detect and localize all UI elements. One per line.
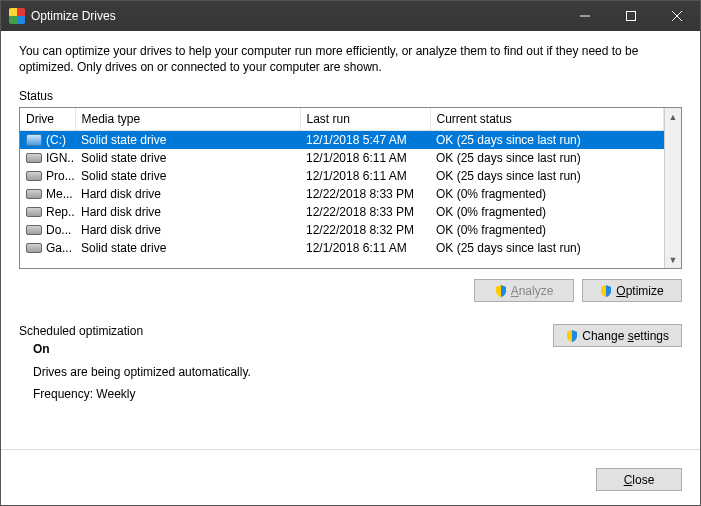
media-type: Hard disk drive: [75, 221, 300, 239]
change-settings-button[interactable]: Change settings: [553, 324, 682, 347]
current-status: OK (0% fragmented): [430, 185, 664, 203]
window-controls: [562, 1, 700, 31]
drives-table-container: Drive Media type Last run Current status…: [19, 107, 682, 269]
drive-name: Ga...: [46, 241, 72, 255]
scroll-down-button[interactable]: ▼: [665, 251, 681, 268]
col-header-drive[interactable]: Drive: [20, 108, 75, 131]
media-type: Solid state drive: [75, 239, 300, 257]
shield-icon: [566, 330, 578, 342]
media-type: Solid state drive: [75, 167, 300, 185]
scheduled-section: Scheduled optimization On Drives are bei…: [19, 324, 682, 405]
table-row[interactable]: Rep...Hard disk drive12/22/2018 8:33 PMO…: [20, 203, 664, 221]
table-row[interactable]: Pro...Solid state drive12/1/2018 6:11 AM…: [20, 167, 664, 185]
drive-name: Do...: [46, 223, 71, 237]
svg-rect-1: [627, 12, 636, 21]
scheduled-heading: Scheduled optimization: [19, 324, 251, 338]
shield-icon: [600, 285, 612, 297]
close-button[interactable]: Close: [596, 468, 682, 491]
intro-text: You can optimize your drives to help you…: [19, 43, 682, 75]
last-run: 12/1/2018 6:11 AM: [300, 149, 430, 167]
close-label: lose: [632, 473, 654, 487]
table-row[interactable]: Do...Hard disk drive12/22/2018 8:32 PMOK…: [20, 221, 664, 239]
analyze-label: nalyze: [519, 284, 554, 298]
footer: Close: [1, 460, 700, 505]
app-icon: [9, 8, 25, 24]
optimize-button[interactable]: Optimize: [582, 279, 682, 302]
current-status: OK (25 days since last run): [430, 167, 664, 185]
drives-table: Drive Media type Last run Current status…: [20, 108, 664, 257]
close-window-button[interactable]: [654, 1, 700, 31]
action-button-row: Analyze Optimize: [19, 279, 682, 302]
media-type: Solid state drive: [75, 131, 300, 150]
status-label: Status: [19, 89, 682, 103]
last-run: 12/22/2018 8:33 PM: [300, 203, 430, 221]
scroll-thumb[interactable]: [665, 125, 681, 251]
titlebar: Optimize Drives: [1, 1, 700, 31]
shield-icon: [495, 285, 507, 297]
scroll-up-button[interactable]: ▲: [665, 108, 681, 125]
drive-name: Rep...: [46, 205, 75, 219]
content-area: You can optimize your drives to help you…: [1, 31, 700, 460]
drive-icon: [26, 134, 42, 146]
current-status: OK (0% fragmented): [430, 221, 664, 239]
table-row[interactable]: (C:)Solid state drive12/1/2018 5:47 AMOK…: [20, 131, 664, 150]
last-run: 12/1/2018 6:11 AM: [300, 239, 430, 257]
minimize-button[interactable]: [562, 1, 608, 31]
last-run: 12/1/2018 5:47 AM: [300, 131, 430, 150]
close-icon: [672, 11, 682, 21]
divider: [1, 449, 700, 450]
current-status: OK (25 days since last run): [430, 131, 664, 150]
optimize-label: ptimize: [626, 284, 664, 298]
media-type: Hard disk drive: [75, 203, 300, 221]
window-title: Optimize Drives: [31, 9, 562, 23]
table-row[interactable]: IGN...Solid state drive12/1/2018 6:11 AM…: [20, 149, 664, 167]
drive-name: (C:): [46, 133, 66, 147]
vertical-scrollbar[interactable]: ▲ ▼: [664, 108, 681, 268]
scheduled-text-block: Scheduled optimization On Drives are bei…: [19, 324, 251, 405]
col-header-media[interactable]: Media type: [75, 108, 300, 131]
maximize-icon: [626, 11, 636, 21]
scheduled-desc: Drives are being optimized automatically…: [33, 361, 251, 383]
maximize-button[interactable]: [608, 1, 654, 31]
media-type: Solid state drive: [75, 149, 300, 167]
last-run: 12/1/2018 6:11 AM: [300, 167, 430, 185]
current-status: OK (0% fragmented): [430, 203, 664, 221]
scheduled-state: On: [33, 338, 251, 360]
last-run: 12/22/2018 8:33 PM: [300, 185, 430, 203]
drives-table-inner: Drive Media type Last run Current status…: [20, 108, 664, 268]
scheduled-freq: Frequency: Weekly: [33, 383, 251, 405]
current-status: OK (25 days since last run): [430, 239, 664, 257]
change-settings-label: ettings: [634, 329, 669, 343]
col-header-lastrun[interactable]: Last run: [300, 108, 430, 131]
drive-icon: [26, 189, 42, 199]
last-run: 12/22/2018 8:32 PM: [300, 221, 430, 239]
drive-icon: [26, 153, 42, 163]
table-row[interactable]: Ga...Solid state drive12/1/2018 6:11 AMO…: [20, 239, 664, 257]
drive-name: Me...: [46, 187, 73, 201]
analyze-button[interactable]: Analyze: [474, 279, 574, 302]
drive-icon: [26, 207, 42, 217]
media-type: Hard disk drive: [75, 185, 300, 203]
current-status: OK (25 days since last run): [430, 149, 664, 167]
drive-icon: [26, 225, 42, 235]
drive-icon: [26, 171, 42, 181]
drive-name: Pro...: [46, 169, 75, 183]
drive-name: IGN...: [46, 151, 75, 165]
minimize-icon: [580, 11, 590, 21]
drive-icon: [26, 243, 42, 253]
table-row[interactable]: Me...Hard disk drive12/22/2018 8:33 PMOK…: [20, 185, 664, 203]
col-header-status[interactable]: Current status: [430, 108, 664, 131]
